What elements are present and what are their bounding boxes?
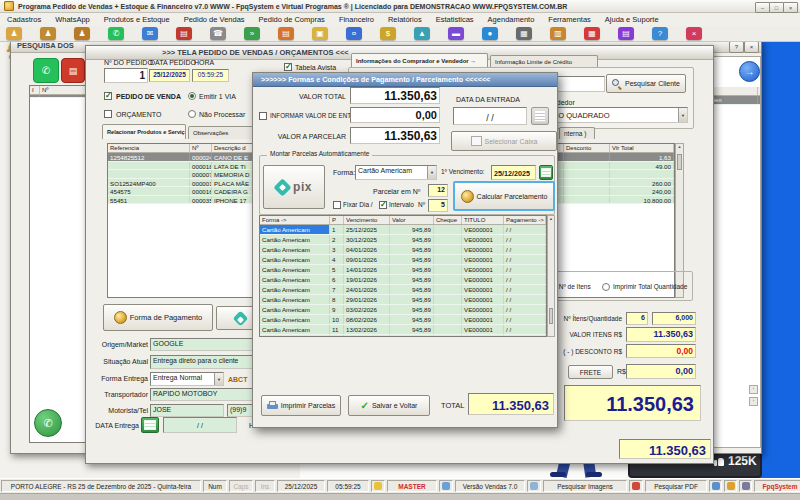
pesquisa-help-button[interactable]: ? (729, 42, 744, 53)
tab-limite-credito[interactable]: Informação Limite de Crédito (490, 55, 598, 67)
tab-fragment-interna[interactable]: nterna ) (559, 127, 595, 139)
forma-select[interactable]: Cartão Americam (355, 165, 437, 180)
column-header[interactable]: Vencimento (344, 216, 390, 224)
table-row[interactable]: Cartão Americam409/01/2026945,89VE000001… (260, 255, 546, 265)
status-version[interactable]: Versão Vendas 7.0 (455, 480, 525, 492)
finance-icon[interactable]: ¤ (346, 27, 362, 40)
vencimento-field[interactable]: 25/12/2025 (491, 165, 536, 180)
forma-pagamento-button[interactable]: Forma de Pagamento (103, 304, 213, 331)
calcular-parcelamento-button[interactable]: Calcular Parcelamento (453, 181, 555, 211)
calculator-icon[interactable]: ▦ (516, 27, 532, 40)
menu-agendamento[interactable]: Agendamento (481, 15, 542, 24)
calendar-gray-icon[interactable] (531, 107, 549, 125)
next-arrow-icon[interactable]: → (739, 61, 760, 82)
table-row[interactable]: Cartão Americam1008/02/2026945,89VE00000… (260, 315, 546, 325)
table-row[interactable]: Cartão Americam1218/02/2026945,84VE00000… (260, 335, 546, 337)
menu-relat-rios[interactable]: Relatórios (381, 15, 429, 24)
status-user[interactable]: MASTER (387, 480, 437, 492)
order-time-field[interactable]: 05:59:25 (192, 69, 229, 82)
orcamento-checkbox[interactable] (104, 110, 112, 118)
menu-produtos-e-estoque[interactable]: Produtos e Estoque (97, 15, 177, 24)
printer-red-icon[interactable]: ▤ (61, 58, 85, 83)
status-time[interactable]: 05:59:25 (327, 480, 369, 492)
menu-estatisticas[interactable]: Estatisticas (429, 15, 481, 24)
order-date-field[interactable]: 25/12/2025 (149, 69, 190, 82)
imprimir-parcelas-button[interactable]: Imprimir Parcelas (261, 395, 341, 416)
calendar-icon[interactable]: ▦ (584, 27, 600, 40)
table-row[interactable]: Cartão Americam903/02/2026945,89VE000001… (260, 305, 546, 315)
frete-button[interactable]: FRETE (568, 365, 613, 379)
status-location-date[interactable]: PORTO ALEGRE - RS 25 de Dezembro de 2025… (1, 480, 201, 492)
suppliers-icon[interactable]: ♟ (40, 27, 56, 40)
radio-total-quantidade[interactable] (602, 283, 610, 291)
menu-pedido-de-vendas[interactable]: Pedido de Vendas (177, 15, 252, 24)
intervalo-checkbox[interactable] (379, 201, 387, 209)
spin-right-button[interactable]: › (749, 397, 758, 406)
column-header[interactable]: Vlr Total (610, 144, 674, 152)
table-row[interactable]: Cartão Americam619/01/2026945,89VE000001… (260, 275, 546, 285)
table-row[interactable]: Cartão Americam829/01/2026945,89VE000001… (260, 295, 546, 305)
sms-icon[interactable]: ✉ (142, 27, 158, 40)
tab-produtos-servicos[interactable]: Relacionar Produtos e Serviços → (102, 124, 186, 139)
status-num[interactable]: Num (203, 480, 227, 492)
whatsapp-round-icon[interactable]: ✆ (34, 409, 62, 437)
payment-modal-titlebar[interactable]: >>>>>> Formas e Condições de Pagamento /… (253, 73, 557, 87)
column-header[interactable]: Nº (190, 144, 212, 152)
entrada-field[interactable]: 0,00 (350, 107, 440, 123)
entrega-select[interactable]: Entrega Normal (150, 372, 224, 386)
whatsapp-icon[interactable]: ✆ (108, 27, 124, 40)
tab-observacoes[interactable]: Observações (188, 126, 254, 139)
maximize-button[interactable]: □ (769, 2, 784, 13)
stock-icon[interactable]: ▥ (550, 27, 566, 40)
table-row[interactable]: Cartão Americam724/01/2026945,89VE000001… (260, 285, 546, 295)
salvar-voltar-button[interactable]: ✓ Salvar e Voltar (348, 395, 430, 416)
printer-icon[interactable]: ▤ (176, 27, 192, 40)
column-header[interactable]: Cheque (434, 216, 462, 224)
column-header[interactable]: TITULO (462, 216, 504, 224)
menu-cadastros[interactable]: Cadastros (0, 15, 48, 24)
card-icon[interactable]: ▬ (448, 27, 464, 40)
selecionar-caixa-button[interactable]: Selecionar Caixa (451, 131, 557, 151)
whatsapp-icon[interactable]: ✆ (33, 58, 59, 83)
fixar-dia-checkbox[interactable] (333, 201, 341, 209)
parcels-grid-scrollbar[interactable]: ▲ (547, 215, 555, 337)
column-header[interactable]: Desconto (564, 144, 610, 152)
status-search-images[interactable]: Pesquisar Imagens (543, 480, 627, 492)
menu-whatsapp[interactable]: WhatsApp (48, 15, 97, 24)
reports-icon[interactable]: ▤ (618, 27, 634, 40)
motorista-field[interactable]: JOSE (150, 404, 224, 417)
emitir-1via-radio[interactable] (188, 92, 196, 100)
desconto-field[interactable]: 0,00 (626, 344, 696, 358)
intervalo-field[interactable]: 5 (428, 199, 448, 212)
menu-financeiro[interactable]: Financeiro (332, 15, 381, 24)
table-row[interactable]: Cartão Americam304/01/2026945,89VE000001… (260, 245, 546, 255)
data-entrada-field[interactable]: / / (453, 107, 527, 125)
status-date[interactable]: 25/12/2025 (277, 480, 325, 492)
folder-icon[interactable]: ▣ (312, 27, 328, 40)
exit-icon[interactable]: × (686, 27, 702, 40)
pedido-venda-checkbox[interactable] (104, 92, 112, 100)
calendar-icon[interactable] (539, 165, 553, 180)
parcels-grid[interactable]: Forma ->PVencimentoValorChequeTITULOPaga… (259, 215, 547, 337)
menu-ajuda-e-suporte[interactable]: Ajuda e Suporte (598, 15, 666, 24)
status-ins[interactable]: Ins (255, 480, 275, 492)
column-header[interactable]: Pagamento -> (504, 216, 546, 224)
pix-button[interactable]: pix (263, 165, 325, 209)
tab-comprador-vendedor[interactable]: Informações do Comprador e Vendedor → (351, 53, 488, 67)
frete-field[interactable]: 0,00 (626, 364, 696, 379)
nao-processar-radio[interactable] (188, 110, 196, 118)
globe-icon[interactable]: ● (482, 27, 498, 40)
delivery-icon[interactable]: » (244, 27, 260, 40)
help-icon[interactable]: ? (652, 27, 668, 40)
table-row[interactable]: Cartão Americam514/01/2026945,89VE000001… (260, 265, 546, 275)
phone-icon[interactable]: ☎ (210, 27, 226, 40)
money-icon[interactable]: $ (380, 27, 396, 40)
sellers-icon[interactable]: ♟ (74, 27, 90, 40)
informar-entrada-checkbox[interactable] (259, 112, 267, 120)
chart-icon[interactable]: ▲ (414, 27, 430, 40)
status-caps[interactable]: Caps (229, 480, 253, 492)
column-header[interactable]: Referencia (108, 144, 190, 152)
column-header[interactable]: Valor (390, 216, 434, 224)
order-number-field[interactable]: 1 (104, 68, 148, 83)
column-header[interactable]: Forma -> (260, 216, 330, 224)
